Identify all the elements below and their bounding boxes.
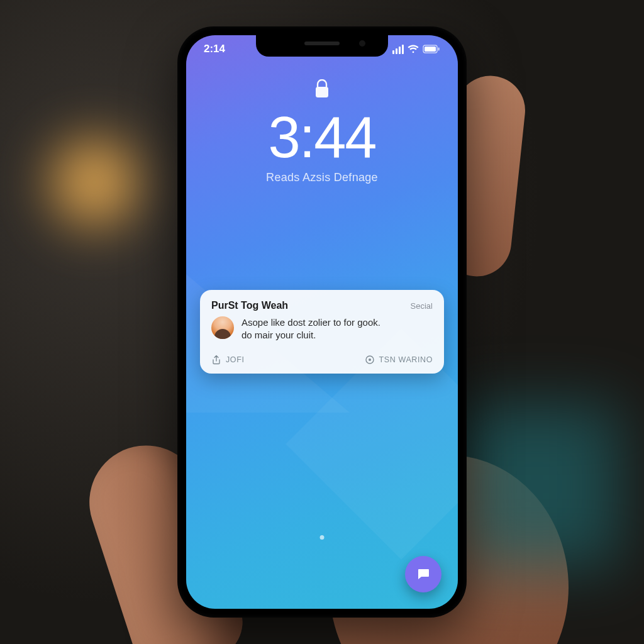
phone-notch [256,35,388,57]
notification-action-left[interactable]: JOFI [211,355,244,365]
share-icon [211,355,221,365]
svg-point-5 [369,358,371,361]
lockscreen-date: Reads Azsis Defnage [266,171,378,184]
cellular-signal-icon [392,45,404,54]
svg-rect-3 [316,87,328,97]
avatar [211,316,234,339]
notification-category: Secial [411,301,433,311]
target-icon [365,355,375,365]
notification-body-line1: Asope like dost zolier to for gook. [242,316,380,329]
notification-text: Asope like dost zolier to for gook. do m… [242,316,380,342]
notification-header: PurSt Tog Weah Secial [211,300,433,311]
background-teal-blur [455,405,619,569]
notification-card[interactable]: PurSt Tog Weah Secial Asope like dost zo… [200,290,444,374]
page-indicator-dot [320,535,325,540]
notification-action-left-label: JOFI [226,355,244,364]
lockscreen-clock: 3:44 [268,108,375,166]
notification-body: Asope like dost zolier to for gook. do m… [211,316,433,342]
background-lamp-glow [38,126,151,239]
phone-speaker [304,42,340,45]
lock-icon [314,79,330,102]
notification-body-line2: do mair your cluit. [242,329,380,341]
notification-actions: JOFI TSN WARINO [211,353,433,365]
lockscreen-area: 3:44 Reads Azsis Defnage [186,79,458,184]
status-time: 2:14 [204,43,254,55]
phone-body: 2:14 3:44 Reads Azsis Defnage [177,26,467,618]
phone-front-camera [359,40,365,47]
notification-action-right[interactable]: TSN WARINO [365,355,433,365]
notification-action-right-label: TSN WARINO [379,355,433,364]
svg-rect-2 [438,48,440,51]
chat-bubble-icon [416,567,431,582]
battery-icon [423,45,440,53]
phone-screen[interactable]: 2:14 3:44 Reads Azsis Defnage [186,35,458,609]
message-fab[interactable] [405,556,441,592]
svg-rect-1 [425,47,436,52]
notification-title: PurSt Tog Weah [211,300,288,311]
wifi-icon [408,45,419,53]
status-indicators [384,45,440,54]
